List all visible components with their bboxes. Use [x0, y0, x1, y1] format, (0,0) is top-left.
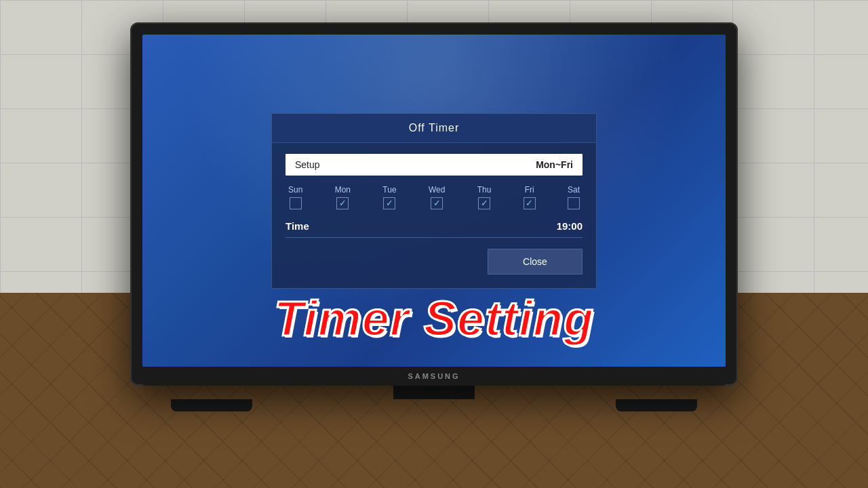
tv-bezel: Off Timer Setup Mon~Fri [130, 22, 738, 386]
time-row: Time 19:00 [285, 220, 583, 238]
setup-value: Mon~Fri [536, 159, 573, 170]
time-value: 19:00 [557, 220, 583, 232]
time-label: Time [285, 220, 309, 232]
close-button[interactable]: Close [488, 249, 583, 274]
dialog-body: Setup Mon~Fri Sun [272, 143, 596, 288]
stand-foot-right [616, 399, 697, 411]
day-item-mon[interactable]: Mon [335, 185, 351, 209]
room: Off Timer Setup Mon~Fri [0, 0, 868, 488]
day-item-tue[interactable]: Tue [382, 185, 396, 209]
tv-unit: Off Timer Setup Mon~Fri [130, 22, 738, 411]
off-timer-dialog: Off Timer Setup Mon~Fri [271, 113, 597, 289]
day-checkbox-sat[interactable] [568, 197, 580, 209]
day-checkbox-tue[interactable] [383, 197, 395, 209]
bottom-row: Close [285, 249, 583, 274]
setup-row[interactable]: Setup Mon~Fri [285, 154, 583, 176]
day-label-fri: Fri [525, 185, 534, 195]
day-label-thu: Thu [477, 185, 492, 195]
setup-label: Setup [295, 159, 320, 170]
stand-foot-left [171, 399, 252, 411]
day-item-wed[interactable]: Wed [429, 185, 445, 209]
day-label-wed: Wed [429, 185, 445, 195]
day-checkbox-wed[interactable] [431, 197, 443, 209]
tv-bottom-bar: SAMSUNG [142, 367, 726, 386]
tv-screen: Off Timer Setup Mon~Fri [142, 35, 726, 367]
day-label-sun: Sun [288, 185, 302, 195]
day-item-sun[interactable]: Sun [288, 185, 302, 209]
tv-brand-label: SAMSUNG [408, 372, 460, 380]
tv-stand-neck [393, 386, 475, 399]
day-checkbox-fri[interactable] [524, 197, 536, 209]
day-label-sat: Sat [568, 185, 580, 195]
day-item-thu[interactable]: Thu [477, 185, 492, 209]
tv-stand-base [130, 399, 738, 411]
day-label-tue: Tue [382, 185, 396, 195]
day-checkbox-sun[interactable] [290, 197, 302, 209]
dialog-title-bar: Off Timer [272, 114, 596, 143]
days-container: Sun Mon Tue [285, 185, 583, 209]
day-item-fri[interactable]: Fri [524, 185, 536, 209]
watermark-text: Timer Setting [274, 291, 594, 346]
day-checkbox-mon[interactable] [336, 197, 349, 209]
day-checkbox-thu[interactable] [478, 197, 490, 209]
day-item-sat[interactable]: Sat [568, 185, 580, 209]
day-label-mon: Mon [335, 185, 351, 195]
dialog-title: Off Timer [409, 122, 460, 134]
